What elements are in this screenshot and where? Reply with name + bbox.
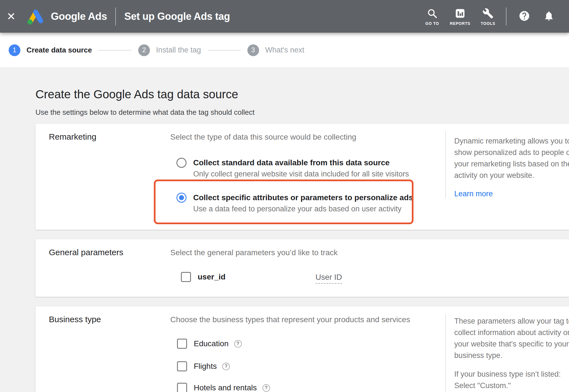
checkbox-icon[interactable] <box>177 383 187 392</box>
bar-chart-icon <box>455 7 466 20</box>
business-type-help: These parameters allow your tag to colle… <box>454 315 569 391</box>
step-whats-next[interactable]: 3 What's next <box>247 44 304 56</box>
remarketing-label: Remarketing <box>49 132 96 142</box>
education-help-icon[interactable]: ? <box>234 340 242 348</box>
remarketing-help: Dynamic remarketing allows you to show p… <box>454 135 569 200</box>
checkbox-label: Hotels and rentals <box>194 383 257 392</box>
checkbox-icon[interactable] <box>177 361 187 371</box>
help-button[interactable] <box>515 8 533 25</box>
step-install-the-tag[interactable]: 2 Install the tag <box>138 44 201 56</box>
go-to-label: GO TO <box>425 21 439 26</box>
step-2-label: Install the tag <box>156 46 201 54</box>
checkbox-icon[interactable] <box>177 339 187 349</box>
reports-label: REPORTS <box>450 21 470 26</box>
checkbox-hotels-and-rentals[interactable]: Hotels and rentals ? <box>177 383 270 392</box>
step-1-label: Create data source <box>27 46 92 54</box>
help-column-divider <box>445 315 446 392</box>
stepper: 1 Create data source 2 Install the tag 3… <box>0 33 569 68</box>
hotels-help-icon[interactable]: ? <box>262 384 270 392</box>
tools-button[interactable]: TOOLS <box>474 3 502 30</box>
step-2-circle: 2 <box>138 44 150 56</box>
step-create-data-source[interactable]: 1 Create data source <box>9 44 92 56</box>
checkbox-label: user_id <box>198 273 226 281</box>
general-parameters-label: General parameters <box>49 248 123 257</box>
search-icon <box>427 7 437 20</box>
remarketing-help-text: Dynamic remarketing allows you to show p… <box>454 135 569 181</box>
checkbox-icon[interactable] <box>181 272 191 282</box>
general-parameters-card: General parameters Select the general pa… <box>35 239 569 297</box>
page-title: Create the Google Ads tag data source <box>35 88 238 101</box>
option-subtitle: Only collect general website visit data … <box>193 169 409 179</box>
option-title: Collect specific attributes or parameter… <box>193 193 413 203</box>
page-subtitle: Use the settings below to determine what… <box>35 108 255 117</box>
checkbox-flights[interactable]: Flights ? <box>177 361 230 371</box>
general-parameters-description: Select the general parameters you’d like… <box>170 248 338 257</box>
wrench-icon <box>482 7 494 20</box>
radio-collect-specific-attributes[interactable]: Collect specific attributes or parameter… <box>176 193 413 214</box>
remarketing-card: Remarketing Select the type of data this… <box>35 124 569 230</box>
radio-unchecked-icon[interactable] <box>176 158 187 168</box>
step-1-circle: 1 <box>9 44 20 56</box>
business-type-description: Choose the business types that represent… <box>170 315 410 324</box>
flights-help-icon[interactable]: ? <box>222 363 230 370</box>
tools-label: TOOLS <box>481 21 495 26</box>
google-ads-logo <box>27 8 45 25</box>
step-3-label: What's next <box>265 46 304 54</box>
close-icon[interactable]: ✕ <box>3 8 20 25</box>
reports-button[interactable]: REPORTS <box>446 3 474 30</box>
go-to-button[interactable]: GO TO <box>418 3 446 30</box>
checkbox-education[interactable]: Education ? <box>177 339 242 349</box>
step-3-circle: 3 <box>247 44 259 56</box>
help-column-divider <box>445 131 446 198</box>
business-type-help-text-2: If your business type isn’t listed: Sele… <box>454 369 569 391</box>
option-subtitle: Use a data feed to personalize your ads … <box>193 204 413 214</box>
app-header: ✕ Google Ads Set up Google Ads tag GO TO… <box>0 0 569 33</box>
business-type-card: Business type Choose the business types … <box>35 306 569 392</box>
checkbox-label: Flights <box>194 362 217 371</box>
stepper-connector <box>208 50 241 51</box>
header-divider <box>115 8 116 25</box>
header-page-title: Set up Google Ads tag <box>124 11 230 22</box>
notifications-button[interactable] <box>540 8 558 25</box>
checkbox-user-id[interactable]: user_id <box>181 272 226 282</box>
help-icon <box>518 10 530 23</box>
main-content: Create the Google Ads tag data source Us… <box>0 68 569 392</box>
stepper-connector <box>99 50 132 51</box>
checkbox-label: Education <box>194 339 229 348</box>
business-type-help-text-1: These parameters allow your tag to colle… <box>454 315 569 361</box>
radio-collect-standard-data[interactable]: Collect standard data available from thi… <box>176 158 409 179</box>
radio-checked-icon[interactable] <box>176 193 187 203</box>
option-title: Collect standard data available from thi… <box>193 158 409 168</box>
bell-icon <box>543 10 554 22</box>
brand-name: Google Ads <box>51 11 107 22</box>
remarketing-description: Select the type of data this source woul… <box>170 133 356 142</box>
header-divider-2 <box>506 8 506 25</box>
business-type-label: Business type <box>49 315 101 324</box>
learn-more-link[interactable]: Learn more <box>454 188 493 200</box>
user-id-tooltip-link[interactable]: User ID <box>315 273 342 284</box>
